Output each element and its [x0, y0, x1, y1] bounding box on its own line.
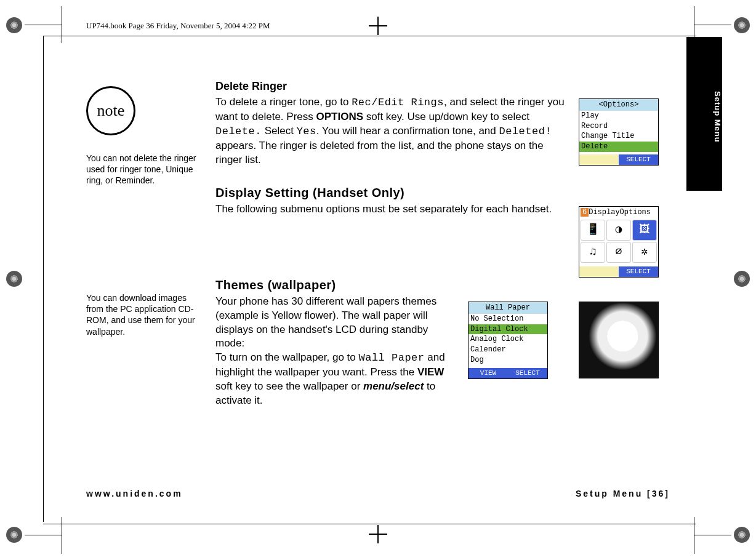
- list-item: Calender: [468, 345, 547, 355]
- frame-header: UP744.book Page 36 Friday, November 5, 2…: [86, 21, 270, 31]
- note-text-1: You can not delete the ringer used for r…: [86, 153, 203, 186]
- list-item: Play: [579, 111, 658, 121]
- phone-icon: 📱: [581, 220, 605, 241]
- list-item: Delete: [579, 142, 658, 152]
- heading-display-setting: Display Setting (Handset Only): [215, 186, 573, 200]
- screen-title: 6DisplayOptions: [579, 207, 658, 218]
- list-item: Dog: [468, 355, 547, 366]
- side-tab: Setup Menu: [686, 37, 722, 191]
- reg-target-icon: [6, 271, 22, 287]
- note-text-2: You can download images from the PC appl…: [86, 292, 203, 337]
- theme-icon: 🖼: [632, 220, 657, 241]
- softkey-left: [579, 266, 619, 277]
- settings-icon: ✲: [632, 242, 657, 263]
- para-themes-1: Your phone has 30 different wall papers …: [215, 295, 456, 351]
- list-item: Change Title: [579, 131, 658, 142]
- music-icon: ♫: [581, 242, 605, 263]
- screen-display-options: 6DisplayOptions 📱 ◑ 🖼 ♫ ⌀ ✲ SELECT: [579, 206, 659, 278]
- note-badge-text: note: [97, 102, 125, 120]
- list-item: Record: [579, 121, 658, 132]
- reg-target-icon: [734, 271, 750, 287]
- screen-options: <Options> PlayRecordChange TitleDelete S…: [579, 98, 659, 166]
- screen-wallpaper: Wall Paper No SelectionDigital ClockAnal…: [468, 302, 548, 379]
- softkey-left: VIEW: [468, 368, 508, 378]
- softkey-right: SELECT: [619, 154, 658, 165]
- footer-page: Setup Menu [36]: [576, 489, 670, 498]
- note-badge-icon: note: [86, 86, 135, 135]
- heading-themes: Themes (wallpaper): [215, 278, 573, 292]
- para-display-setting: The following submenu options must be se…: [215, 202, 573, 217]
- softkey-left: [579, 154, 619, 165]
- softkey-right: SELECT: [619, 266, 658, 277]
- footer-url: www.uniden.com: [86, 489, 183, 498]
- reg-target-icon: [6, 527, 22, 543]
- wallpaper-preview: [579, 302, 659, 378]
- reg-target-icon: [734, 17, 750, 33]
- heading-delete-ringer: Delete Ringer: [215, 80, 573, 93]
- list-item: Analog Clock: [468, 334, 547, 345]
- screen-index-badge: 6: [581, 208, 589, 217]
- reg-target-icon: [734, 527, 750, 543]
- contrast-icon: ◑: [606, 220, 631, 241]
- reg-target-icon: [6, 17, 22, 33]
- icon-grid: 📱 ◑ 🖼 ♫ ⌀ ✲: [579, 218, 658, 264]
- strikethrough-icon: ⌀: [606, 242, 631, 263]
- screen-title: Wall Paper: [468, 302, 547, 314]
- list-item: No Selection: [468, 314, 547, 324]
- list-item: Digital Clock: [468, 324, 547, 335]
- para-themes-2: To turn on the wallpaper, go to Wall Pap…: [215, 351, 456, 408]
- para-delete-ringer: To delete a ringer tone, go to Rec/Edit …: [215, 95, 573, 167]
- softkey-right: SELECT: [508, 368, 547, 378]
- screen-title: <Options>: [579, 99, 658, 111]
